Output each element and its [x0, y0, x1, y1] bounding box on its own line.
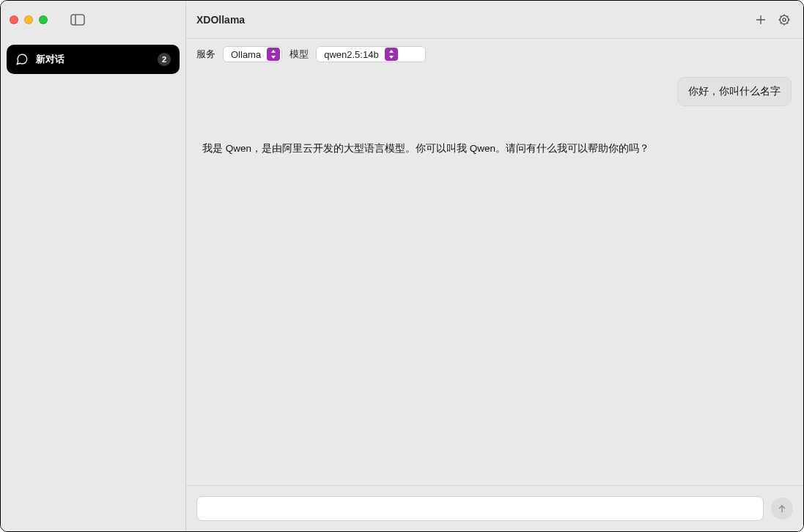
sidebar-top	[1, 1, 185, 39]
message-input[interactable]	[196, 496, 764, 521]
main-panel: XDOllama	[186, 1, 803, 531]
caret-updown-icon	[267, 48, 280, 61]
plus-icon	[754, 13, 767, 26]
service-select[interactable]: Ollama	[223, 46, 282, 62]
model-select[interactable]: qwen2.5:14b	[316, 46, 426, 62]
conversation-item[interactable]: 新对话 2	[7, 45, 180, 74]
titlebar: XDOllama	[186, 1, 803, 39]
sidebar: 新对话 2	[1, 1, 186, 531]
arrow-up-icon	[776, 503, 788, 514]
new-chat-button[interactable]	[752, 11, 770, 29]
service-select-value: Ollama	[231, 49, 261, 60]
composer	[186, 485, 803, 531]
minimize-window-button[interactable]	[24, 15, 33, 24]
model-label: 模型	[289, 48, 309, 61]
user-message-bubble[interactable]: 你好，你叫什么名字	[677, 77, 792, 106]
app-window: 新对话 2 XDOllama	[0, 0, 804, 532]
message-row-assistant: 我是 Qwen，是由阿里云开发的大型语言模型。你可以叫我 Qwen。请问有什么我…	[198, 127, 792, 157]
assistant-message-text[interactable]: 我是 Qwen，是由阿里云开发的大型语言模型。你可以叫我 Qwen。请问有什么我…	[202, 127, 649, 157]
sidebar-toggle-button[interactable]	[70, 13, 86, 26]
model-select-value: qwen2.5:14b	[324, 49, 378, 60]
send-button[interactable]	[771, 498, 793, 520]
model-toolbar: 服务 Ollama 模型 qwen2.5:14b	[186, 39, 803, 67]
user-message-text: 你好，你叫什么名字	[688, 86, 781, 97]
sidebar-toggle-icon	[70, 14, 85, 26]
conversation-badge: 2	[158, 53, 171, 66]
chat-area: 你好，你叫什么名字 我是 Qwen，是由阿里云开发的大型语言模型。你可以叫我 Q…	[186, 67, 803, 485]
message-row-user: 你好，你叫什么名字	[198, 77, 792, 106]
svg-point-5	[783, 18, 786, 21]
svg-rect-0	[71, 15, 84, 25]
window-controls	[10, 15, 48, 24]
app-title: XDOllama	[196, 14, 245, 26]
settings-button[interactable]	[775, 11, 793, 29]
conversation-list: 新对话 2	[1, 39, 185, 80]
close-window-button[interactable]	[10, 15, 18, 24]
chat-icon	[15, 53, 29, 66]
conversation-title: 新对话	[36, 53, 150, 66]
zoom-window-button[interactable]	[39, 15, 48, 24]
caret-updown-icon	[385, 48, 398, 61]
service-label: 服务	[196, 48, 215, 61]
gear-icon	[777, 12, 792, 27]
